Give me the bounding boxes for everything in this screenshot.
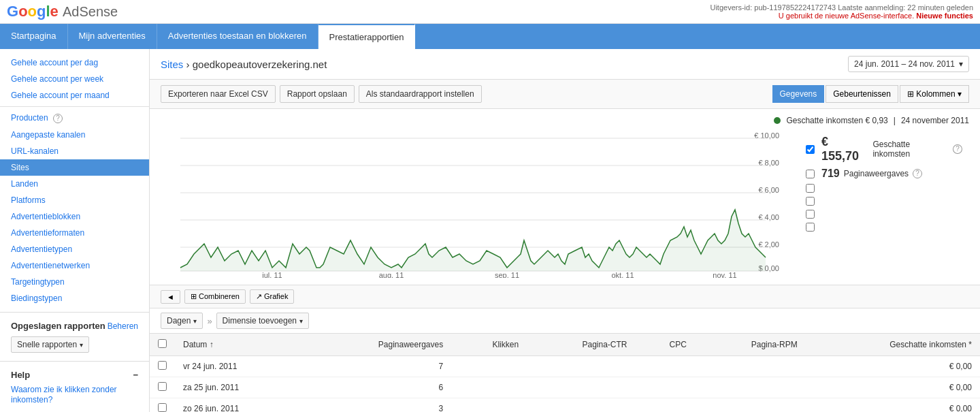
- row2-rpm: [695, 377, 806, 398]
- view-kolommen-button[interactable]: ⊞ Kolommen ▾: [900, 85, 969, 103]
- sidebar-item-gehele-dag[interactable]: Gehele account per dag: [0, 54, 149, 71]
- legend-pageviews-value: 719: [821, 168, 840, 180]
- tab-startpagina[interactable]: Startpagina: [0, 24, 68, 49]
- help-header[interactable]: Help −: [11, 370, 138, 380]
- breadcrumb-parent-link[interactable]: Sites: [161, 59, 183, 70]
- row1-checkbox[interactable]: [158, 361, 167, 370]
- view-gebeurtenissen-button[interactable]: Gebeurtenissen: [826, 85, 898, 103]
- svg-text:okt. 11: okt. 11: [611, 271, 634, 278]
- manage-reports-link[interactable]: Beheren: [108, 321, 138, 331]
- header-user-info: Uitgevers-id: pub-1197852224172743 Laats…: [710, 3, 973, 20]
- table-row: za 25 jun. 2011 6 € 0,00: [150, 377, 980, 398]
- date-range-arrow: ▾: [959, 59, 963, 69]
- legend-income-checkbox[interactable]: [806, 145, 815, 154]
- sidebar-item-landen[interactable]: Landen: [0, 176, 149, 192]
- chart-area: € 10,00 € 8,00 € 6,00 € 4,00 € 2,00 $ 0,…: [161, 128, 969, 278]
- legend-item-4: [806, 197, 962, 206]
- row2-cpc: [636, 377, 695, 398]
- user-info-text: Uitgevers-id: pub-1197852224172743 Laats…: [710, 3, 973, 12]
- sidebar-item-advertentietypen[interactable]: Advertentietypen: [0, 241, 149, 257]
- breadcrumb-current: goedkopeautoverzekering.net: [193, 59, 327, 70]
- quick-reports-btn[interactable]: Snelle rapporten ▾: [11, 336, 89, 353]
- row3-checkbox[interactable]: [158, 403, 167, 412]
- period-dropdown-btn[interactable]: Dagen ▾: [161, 313, 203, 329]
- th-checkbox: [150, 334, 175, 356]
- row2-datum: za 25 jun. 2011: [175, 377, 308, 398]
- chart-dot: [774, 117, 781, 124]
- back-button[interactable]: ◄: [161, 290, 180, 304]
- sidebar-item-advertentieblokken[interactable]: Advertentieblokken: [0, 208, 149, 225]
- tab-prestatierapportien[interactable]: Prestatierapportien: [318, 24, 416, 49]
- th-income: Geschatte inkomsten *: [806, 334, 980, 356]
- dimension-dropdown[interactable]: Dimensie toevoegen ▾: [216, 313, 309, 329]
- tab-toestaan-blokkeren[interactable]: Advertenties toestaan en blokkeren: [157, 24, 318, 49]
- legend-pageviews-help[interactable]: ?: [913, 169, 922, 178]
- help-question-link[interactable]: Waarom zie ik klikken zonder inkomsten?: [11, 385, 117, 405]
- period-dropdown[interactable]: Dagen ▾: [161, 313, 203, 329]
- sidebar-item-producten[interactable]: Producten ?: [0, 110, 149, 127]
- view-gegevens-button[interactable]: Gegevens: [772, 85, 825, 103]
- sidebar-item-biedingstypen[interactable]: Biedingstypen: [0, 290, 149, 306]
- sidebar-item-advertentienetwerken[interactable]: Advertentienetwerken: [0, 257, 149, 274]
- set-default-button[interactable]: Als standaardrapport instellen: [359, 85, 482, 103]
- quick-reports-dropdown[interactable]: Snelle rapporten ▾: [11, 336, 89, 353]
- filter-separator: »: [207, 316, 212, 326]
- sidebar-item-sites[interactable]: Sites: [0, 159, 149, 176]
- legend-item-income: € 155,70 Geschatte inkomsten ?: [806, 135, 962, 163]
- breadcrumb-separator: ›: [186, 59, 193, 70]
- legend-5-checkbox[interactable]: [806, 210, 815, 219]
- row2-checkbox[interactable]: [158, 382, 167, 391]
- content-area: Sites › goedkopeautoverzekering.net 24 j…: [150, 49, 980, 412]
- row1-rpm: [695, 356, 806, 377]
- producten-help-icon[interactable]: ?: [53, 114, 63, 123]
- sidebar: Gehele account per dag Gehele account pe…: [0, 49, 150, 412]
- chart-info-bar: Geschatte inkomsten € 0,93 | 24 november…: [161, 116, 969, 125]
- date-range-picker[interactable]: 24 jun. 2011 – 24 nov. 2011 ▾: [848, 56, 969, 72]
- sidebar-item-targetingtypen[interactable]: Targetingtypen: [0, 274, 149, 290]
- quick-reports-arrow: ▾: [80, 341, 83, 349]
- legend-4-checkbox[interactable]: [806, 197, 815, 206]
- table-row: vr 24 jun. 2011 7 € 0,00: [150, 356, 980, 377]
- saved-reports-header: Opgeslagen rapporten Beheren: [11, 321, 138, 331]
- table-body: vr 24 jun. 2011 7 € 0,00 za 25 jun. 2011…: [150, 356, 980, 413]
- help-collapse-icon[interactable]: −: [133, 370, 138, 380]
- sidebar-item-platforms[interactable]: Platforms: [0, 192, 149, 208]
- th-klikken: Klikken: [451, 334, 527, 356]
- legend-3-checkbox[interactable]: [806, 184, 815, 193]
- saved-reports-section: Opgeslagen rapporten Beheren Snelle rapp…: [0, 312, 149, 361]
- legend-income-help[interactable]: ?: [953, 144, 962, 154]
- sidebar-divider-1: [0, 106, 149, 107]
- data-table-container: Datum ↑ Paginaweergaves Klikken Pagina-C…: [150, 334, 980, 412]
- new-features-link[interactable]: Nieuwe functies: [916, 12, 973, 20]
- main-layout: Gehele account per dag Gehele account pe…: [0, 49, 980, 412]
- select-all-checkbox[interactable]: [158, 339, 167, 348]
- google-logo: Google: [7, 3, 63, 20]
- th-datum[interactable]: Datum ↑: [175, 334, 308, 356]
- legend-pageviews-checkbox[interactable]: [806, 170, 815, 178]
- date-range-text: 24 jun. 2011 – 24 nov. 2011: [854, 59, 955, 69]
- save-report-button[interactable]: Rapport opslaan: [280, 85, 355, 103]
- tab-mijn-advertenties[interactable]: Mijn advertenties: [68, 24, 157, 49]
- row1-clicks: [451, 356, 527, 377]
- legend-6-checkbox[interactable]: [806, 223, 815, 232]
- sidebar-item-advertentieformaten[interactable]: Advertentieformaten: [0, 225, 149, 241]
- line-chart: € 10,00 € 8,00 € 6,00 € 4,00 € 2,00 $ 0,…: [161, 128, 799, 278]
- chart-container: Geschatte inkomsten € 0,93 | 24 november…: [150, 109, 980, 285]
- graph-button[interactable]: ↗ Grafiek: [250, 289, 295, 304]
- dimension-dropdown-btn[interactable]: Dimensie toevoegen ▾: [216, 313, 309, 329]
- row2-income: € 0,00: [806, 377, 980, 398]
- help-section: Help − Waarom zie ik klikken zonder inko…: [0, 361, 149, 412]
- row3-cpc: [636, 398, 695, 413]
- sidebar-item-aangepaste-kanalen[interactable]: Aangepaste kanalen: [0, 127, 149, 143]
- row2-ctr: [527, 377, 635, 398]
- row1-ctr: [527, 356, 635, 377]
- combine-button[interactable]: ⊞ Combineren: [184, 289, 246, 304]
- row3-clicks: [451, 398, 527, 413]
- filter-controls: Dagen ▾ » Dimensie toevoegen ▾: [150, 308, 980, 334]
- sidebar-item-gehele-week[interactable]: Gehele account per week: [0, 71, 149, 87]
- export-csv-button[interactable]: Exporteren naar Excel CSV: [161, 85, 276, 103]
- row2-clicks: [451, 377, 527, 398]
- row1-datum: vr 24 jun. 2011: [175, 356, 308, 377]
- sidebar-item-gehele-maand[interactable]: Gehele account per maand: [0, 87, 149, 104]
- sidebar-item-url-kanalen[interactable]: URL-kanalen: [0, 143, 149, 159]
